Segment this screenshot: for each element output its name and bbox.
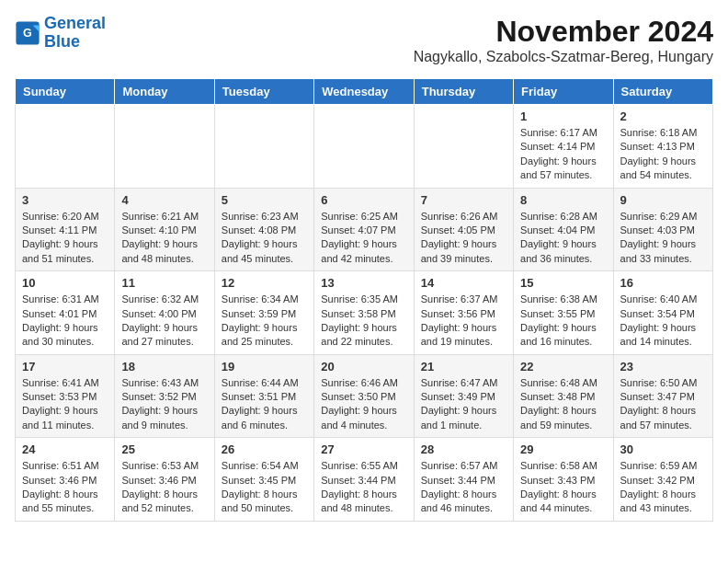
- day-info: Sunrise: 6:57 AM Sunset: 3:44 PM Dayligh…: [421, 459, 506, 516]
- calendar-cell: 9Sunrise: 6:29 AM Sunset: 4:03 PM Daylig…: [613, 188, 712, 271]
- calendar-cell: 18Sunrise: 6:43 AM Sunset: 3:52 PM Dayli…: [115, 354, 214, 438]
- page-title: November 2024: [414, 15, 713, 49]
- col-header-tuesday: Tuesday: [214, 79, 313, 105]
- day-info: Sunrise: 6:31 AM Sunset: 4:01 PM Dayligh…: [22, 293, 108, 350]
- day-info: Sunrise: 6:54 AM Sunset: 3:45 PM Dayligh…: [222, 459, 307, 516]
- day-number: 4: [121, 193, 207, 207]
- calendar-cell: 28Sunrise: 6:57 AM Sunset: 3:44 PM Dayli…: [414, 438, 513, 522]
- calendar-cell: [414, 105, 513, 189]
- calendar-cell: 13Sunrise: 6:35 AM Sunset: 3:58 PM Dayli…: [314, 271, 414, 355]
- calendar-cell: 12Sunrise: 6:34 AM Sunset: 3:59 PM Dayli…: [214, 271, 313, 355]
- day-info: Sunrise: 6:25 AM Sunset: 4:07 PM Dayligh…: [321, 210, 406, 267]
- calendar-cell: 14Sunrise: 6:37 AM Sunset: 3:56 PM Dayli…: [414, 271, 513, 355]
- day-number: 19: [222, 360, 307, 373]
- day-number: 9: [620, 193, 706, 207]
- col-header-wednesday: Wednesday: [314, 79, 414, 105]
- day-info: Sunrise: 6:53 AM Sunset: 3:46 PM Dayligh…: [121, 459, 207, 516]
- day-number: 21: [421, 360, 506, 373]
- day-number: 27: [321, 442, 406, 456]
- logo: G General Blue: [15, 15, 106, 52]
- calendar-cell: 2Sunrise: 6:18 AM Sunset: 4:13 PM Daylig…: [613, 105, 712, 189]
- day-number: 13: [321, 276, 406, 290]
- calendar-cell: [314, 105, 414, 189]
- calendar-cell: 6Sunrise: 6:25 AM Sunset: 4:07 PM Daylig…: [314, 188, 414, 271]
- svg-text:G: G: [23, 27, 32, 40]
- day-info: Sunrise: 6:50 AM Sunset: 3:47 PM Dayligh…: [620, 376, 706, 433]
- calendar-cell: [16, 105, 115, 189]
- calendar-cell: 3Sunrise: 6:20 AM Sunset: 4:11 PM Daylig…: [16, 188, 115, 271]
- day-number: 16: [620, 276, 706, 290]
- day-info: Sunrise: 6:46 AM Sunset: 3:50 PM Dayligh…: [321, 376, 406, 433]
- day-number: 8: [520, 193, 606, 207]
- calendar-cell: 30Sunrise: 6:59 AM Sunset: 3:42 PM Dayli…: [613, 438, 712, 522]
- day-info: Sunrise: 6:44 AM Sunset: 3:51 PM Dayligh…: [222, 376, 307, 433]
- day-number: 24: [22, 442, 108, 456]
- calendar-cell: 25Sunrise: 6:53 AM Sunset: 3:46 PM Dayli…: [115, 438, 214, 522]
- day-info: Sunrise: 6:26 AM Sunset: 4:05 PM Dayligh…: [421, 210, 506, 267]
- day-number: 7: [421, 193, 506, 207]
- day-info: Sunrise: 6:43 AM Sunset: 3:52 PM Dayligh…: [121, 376, 207, 433]
- col-header-friday: Friday: [514, 79, 613, 105]
- day-number: 25: [121, 442, 207, 456]
- day-info: Sunrise: 6:55 AM Sunset: 3:44 PM Dayligh…: [321, 459, 406, 516]
- day-info: Sunrise: 6:23 AM Sunset: 4:08 PM Dayligh…: [222, 210, 307, 267]
- day-info: Sunrise: 6:47 AM Sunset: 3:49 PM Dayligh…: [421, 376, 506, 433]
- day-info: Sunrise: 6:28 AM Sunset: 4:04 PM Dayligh…: [520, 210, 606, 267]
- day-number: 18: [121, 360, 207, 373]
- calendar-cell: 19Sunrise: 6:44 AM Sunset: 3:51 PM Dayli…: [214, 354, 313, 438]
- calendar-cell: 16Sunrise: 6:40 AM Sunset: 3:54 PM Dayli…: [613, 271, 712, 355]
- day-info: Sunrise: 6:17 AM Sunset: 4:14 PM Dayligh…: [520, 126, 606, 183]
- calendar-cell: 20Sunrise: 6:46 AM Sunset: 3:50 PM Dayli…: [314, 354, 414, 438]
- day-number: 26: [222, 442, 307, 456]
- calendar-cell: 26Sunrise: 6:54 AM Sunset: 3:45 PM Dayli…: [214, 438, 313, 522]
- day-number: 22: [520, 360, 606, 373]
- day-info: Sunrise: 6:34 AM Sunset: 3:59 PM Dayligh…: [222, 293, 307, 350]
- day-number: 1: [520, 109, 606, 123]
- calendar-cell: 22Sunrise: 6:48 AM Sunset: 3:48 PM Dayli…: [514, 354, 613, 438]
- day-number: 2: [620, 109, 706, 123]
- logo-icon: G: [15, 20, 40, 46]
- calendar-table: SundayMondayTuesdayWednesdayThursdayFrid…: [15, 78, 713, 522]
- day-number: 28: [421, 442, 506, 456]
- col-header-monday: Monday: [115, 79, 214, 105]
- calendar-cell: 5Sunrise: 6:23 AM Sunset: 4:08 PM Daylig…: [214, 188, 313, 271]
- location-subtitle: Nagykallo, Szabolcs-Szatmar-Bereg, Hunga…: [414, 49, 713, 65]
- calendar-cell: 8Sunrise: 6:28 AM Sunset: 4:04 PM Daylig…: [514, 188, 613, 271]
- calendar-cell: 29Sunrise: 6:58 AM Sunset: 3:43 PM Dayli…: [514, 438, 613, 522]
- calendar-cell: 23Sunrise: 6:50 AM Sunset: 3:47 PM Dayli…: [613, 354, 712, 438]
- calendar-cell: 17Sunrise: 6:41 AM Sunset: 3:53 PM Dayli…: [16, 354, 115, 438]
- day-number: 15: [520, 276, 606, 290]
- day-info: Sunrise: 6:35 AM Sunset: 3:58 PM Dayligh…: [321, 293, 406, 350]
- day-info: Sunrise: 6:37 AM Sunset: 3:56 PM Dayligh…: [421, 293, 506, 350]
- col-header-saturday: Saturday: [613, 79, 712, 105]
- calendar-cell: 1Sunrise: 6:17 AM Sunset: 4:14 PM Daylig…: [514, 105, 613, 189]
- day-number: 29: [520, 442, 606, 456]
- day-info: Sunrise: 6:59 AM Sunset: 3:42 PM Dayligh…: [620, 459, 706, 516]
- calendar-cell: 27Sunrise: 6:55 AM Sunset: 3:44 PM Dayli…: [314, 438, 414, 522]
- day-number: 12: [222, 276, 307, 290]
- day-number: 6: [321, 193, 406, 207]
- calendar-cell: [214, 105, 313, 189]
- day-number: 5: [222, 193, 307, 207]
- calendar-cell: 4Sunrise: 6:21 AM Sunset: 4:10 PM Daylig…: [115, 188, 214, 271]
- day-info: Sunrise: 6:40 AM Sunset: 3:54 PM Dayligh…: [620, 293, 706, 350]
- day-info: Sunrise: 6:51 AM Sunset: 3:46 PM Dayligh…: [22, 459, 108, 516]
- calendar-cell: 11Sunrise: 6:32 AM Sunset: 4:00 PM Dayli…: [115, 271, 214, 355]
- calendar-cell: [115, 105, 214, 189]
- day-info: Sunrise: 6:58 AM Sunset: 3:43 PM Dayligh…: [520, 459, 606, 516]
- day-number: 3: [22, 193, 108, 207]
- day-number: 11: [121, 276, 207, 290]
- day-info: Sunrise: 6:29 AM Sunset: 4:03 PM Dayligh…: [620, 210, 706, 267]
- calendar-cell: 15Sunrise: 6:38 AM Sunset: 3:55 PM Dayli…: [514, 271, 613, 355]
- col-header-thursday: Thursday: [414, 79, 513, 105]
- day-number: 23: [620, 360, 706, 373]
- calendar-cell: 21Sunrise: 6:47 AM Sunset: 3:49 PM Dayli…: [414, 354, 513, 438]
- col-header-sunday: Sunday: [16, 79, 115, 105]
- calendar-cell: 7Sunrise: 6:26 AM Sunset: 4:05 PM Daylig…: [414, 188, 513, 271]
- day-number: 10: [22, 276, 108, 290]
- day-info: Sunrise: 6:18 AM Sunset: 4:13 PM Dayligh…: [620, 126, 706, 183]
- day-number: 30: [620, 442, 706, 456]
- day-info: Sunrise: 6:41 AM Sunset: 3:53 PM Dayligh…: [22, 376, 108, 433]
- calendar-cell: 24Sunrise: 6:51 AM Sunset: 3:46 PM Dayli…: [16, 438, 115, 522]
- day-number: 17: [22, 360, 108, 373]
